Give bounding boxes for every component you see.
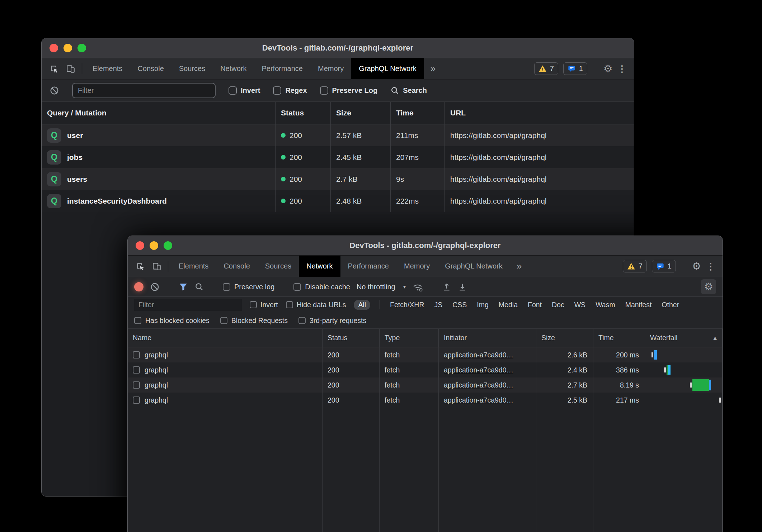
- menu-icon[interactable]: ⋮: [617, 64, 627, 73]
- checkbox-regex[interactable]: Regex: [273, 86, 307, 95]
- filter-chip-other[interactable]: Other: [661, 300, 680, 310]
- tab-console[interactable]: Console: [216, 256, 257, 277]
- checkbox-third-party-requests[interactable]: 3rd-party requests: [298, 317, 366, 325]
- warning-icon: [538, 65, 547, 72]
- search-button[interactable]: Search: [390, 86, 427, 95]
- tab-graphql-network[interactable]: GraphQL Network: [437, 256, 510, 277]
- row-checkbox[interactable]: [133, 351, 140, 358]
- initiator-link[interactable]: application-a7ca9d0…: [444, 366, 513, 374]
- tab-performance[interactable]: Performance: [254, 58, 311, 79]
- tab-network[interactable]: Network: [213, 58, 254, 79]
- column-header-waterfall[interactable]: Waterfall▲: [645, 329, 723, 347]
- checkbox-hide-data-urls[interactable]: Hide data URLs: [286, 301, 346, 309]
- column-header-url[interactable]: URL: [445, 102, 634, 124]
- tab-network[interactable]: Network: [299, 256, 340, 277]
- filter-chip-media[interactable]: Media: [498, 300, 518, 310]
- column-header-initiator[interactable]: Initiator: [439, 329, 536, 347]
- filter-funnel-icon[interactable]: [179, 282, 188, 291]
- table-row[interactable]: Quser2002.57 kB211mshttps://gitlab.com/a…: [42, 124, 634, 146]
- search-icon[interactable]: [194, 282, 204, 291]
- settings-icon[interactable]: ⚙: [692, 261, 701, 271]
- filter-chip-wasm[interactable]: Wasm: [595, 300, 616, 310]
- titlebar[interactable]: DevTools - gitlab.com/-/graphql-explorer: [42, 38, 634, 58]
- titlebar[interactable]: DevTools - gitlab.com/-/graphql-explorer: [128, 236, 723, 256]
- initiator-link[interactable]: application-a7ca9d0…: [444, 351, 513, 359]
- tab-memory[interactable]: Memory: [396, 256, 437, 277]
- table-row[interactable]: Qusers2002.7 kB9shttps://gitlab.com/api/…: [42, 168, 634, 190]
- table-row[interactable]: QinstanceSecurityDashboard2002.48 kB222m…: [42, 190, 634, 212]
- table-row[interactable]: Qjobs2002.45 kB207mshttps://gitlab.com/a…: [42, 146, 634, 168]
- tab-elements[interactable]: Elements: [85, 58, 130, 79]
- menu-icon[interactable]: ⋮: [706, 262, 715, 271]
- tab-sources[interactable]: Sources: [171, 58, 213, 79]
- tab-console[interactable]: Console: [130, 58, 171, 79]
- throttling-dropdown[interactable]: No throttling ▾: [357, 283, 406, 291]
- row-checkbox[interactable]: [133, 396, 140, 404]
- network-conditions-icon[interactable]: [412, 282, 423, 292]
- zoom-button[interactable]: [164, 241, 172, 250]
- column-header-status[interactable]: Status: [276, 102, 331, 124]
- column-header-time[interactable]: Time: [391, 102, 445, 124]
- filter-input[interactable]: [72, 83, 216, 98]
- close-button[interactable]: [50, 44, 58, 52]
- checkbox-disable-cache[interactable]: Disable cache: [293, 283, 350, 291]
- checkbox-blocked-requests[interactable]: Blocked Requests: [220, 317, 288, 325]
- checkbox-invert[interactable]: Invert: [250, 301, 278, 309]
- warnings-badge[interactable]: 7: [623, 260, 647, 272]
- column-header-name[interactable]: Name: [128, 329, 323, 347]
- column-header-status[interactable]: Status: [323, 329, 380, 347]
- filter-chip-all[interactable]: All: [354, 300, 370, 310]
- export-har-icon[interactable]: [458, 282, 467, 292]
- settings-icon[interactable]: ⚙: [603, 64, 612, 74]
- table-row[interactable]: graphql200fetchapplication-a7ca9d0…2.4 k…: [128, 362, 723, 377]
- tab-performance[interactable]: Performance: [340, 256, 397, 277]
- filter-chip-manifest[interactable]: Manifest: [625, 300, 653, 310]
- device-toolbar-icon[interactable]: [62, 58, 79, 79]
- inspect-element-icon[interactable]: [46, 58, 62, 79]
- more-tabs-chevron[interactable]: »: [424, 58, 442, 79]
- tab-elements[interactable]: Elements: [171, 256, 216, 277]
- checkbox-invert[interactable]: Invert: [229, 86, 260, 95]
- filter-chip-img[interactable]: Img: [476, 300, 489, 310]
- tab-graphql-network[interactable]: GraphQL Network: [351, 58, 424, 79]
- checkbox-preserve-log[interactable]: Preserve log: [223, 283, 274, 291]
- table-row[interactable]: graphql200fetchapplication-a7ca9d0…2.6 k…: [128, 347, 723, 362]
- clear-icon[interactable]: [150, 282, 160, 292]
- column-header-size[interactable]: Size: [536, 329, 593, 347]
- network-settings-button[interactable]: ⚙: [701, 279, 716, 294]
- inspect-element-icon[interactable]: [132, 256, 149, 277]
- filter-chip-fetch-xhr[interactable]: Fetch/XHR: [389, 300, 425, 310]
- column-header-time[interactable]: Time: [593, 329, 645, 347]
- column-header-size[interactable]: Size: [331, 102, 391, 124]
- messages-badge[interactable]: 1: [652, 260, 676, 272]
- close-button[interactable]: [136, 241, 144, 250]
- table-row[interactable]: graphql200fetchapplication-a7ca9d0…2.7 k…: [128, 377, 723, 393]
- row-checkbox[interactable]: [133, 381, 140, 389]
- zoom-button[interactable]: [77, 44, 86, 52]
- column-header-type[interactable]: Type: [380, 329, 439, 347]
- tab-memory[interactable]: Memory: [310, 58, 351, 79]
- table-row[interactable]: graphql200fetchapplication-a7ca9d0…2.5 k…: [128, 393, 723, 408]
- minimize-button[interactable]: [64, 44, 72, 52]
- filter-chip-doc[interactable]: Doc: [551, 300, 565, 310]
- record-button[interactable]: [134, 282, 144, 291]
- filter-chip-css[interactable]: CSS: [452, 300, 467, 310]
- filter-chip-ws[interactable]: WS: [574, 300, 586, 310]
- initiator-link[interactable]: application-a7ca9d0…: [444, 381, 513, 389]
- filter-input[interactable]: [134, 299, 242, 311]
- device-toolbar-icon[interactable]: [149, 256, 165, 277]
- filter-chip-js[interactable]: JS: [433, 300, 443, 310]
- checkbox-has-blocked-cookies[interactable]: Has blocked cookies: [134, 317, 210, 325]
- checkbox-preserve-log[interactable]: Preserve Log: [320, 86, 378, 95]
- warnings-badge[interactable]: 7: [534, 62, 558, 75]
- initiator-link[interactable]: application-a7ca9d0…: [444, 396, 513, 404]
- clear-icon[interactable]: [50, 86, 59, 95]
- minimize-button[interactable]: [150, 241, 158, 250]
- more-tabs-chevron[interactable]: »: [510, 256, 528, 277]
- messages-badge[interactable]: 1: [563, 62, 587, 75]
- import-har-icon[interactable]: [442, 282, 451, 292]
- column-header-query-mutation[interactable]: Query / Mutation: [42, 102, 276, 124]
- tab-sources[interactable]: Sources: [258, 256, 299, 277]
- filter-chip-font[interactable]: Font: [527, 300, 542, 310]
- row-checkbox[interactable]: [133, 366, 140, 374]
